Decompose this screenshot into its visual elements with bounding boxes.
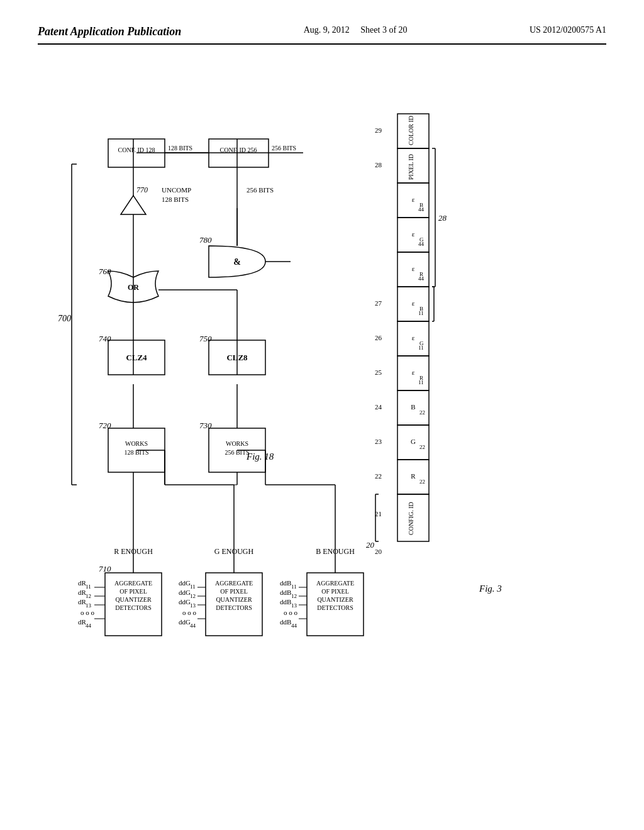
fig3-label: Fig. 3 [479,584,502,594]
svg-text:760: 760 [99,267,111,276]
diagram-area: 700 dR 11 dR 12 dR 13 o o o dR 44 AGGREG… [38,57,606,780]
svg-text:OF PIXEL: OF PIXEL [321,588,349,595]
svg-text:OF PIXEL: OF PIXEL [220,588,248,595]
svg-text:13: 13 [86,602,92,609]
svg-text:ddB: ddB [280,598,291,606]
svg-text:13: 13 [291,602,297,609]
svg-text:DETECTORS: DETECTORS [115,604,152,611]
patent-diagram-svg: 700 dR 11 dR 12 dR 13 o o o dR 44 AGGREG… [38,57,606,780]
svg-text:11: 11 [418,379,424,385]
svg-text:740: 740 [99,334,111,343]
svg-text:44: 44 [291,622,297,629]
svg-text:12: 12 [190,593,196,599]
svg-text:44: 44 [418,275,425,282]
svg-text:11: 11 [418,310,424,316]
svg-text:770: 770 [136,185,148,194]
svg-text:ε: ε [412,334,415,341]
svg-text:WORKS: WORKS [125,440,148,447]
svg-text:o o o: o o o [80,609,95,616]
svg-text:44: 44 [190,622,196,629]
svg-text:CONF. ID 256: CONF. ID 256 [220,147,257,153]
svg-text:11: 11 [190,584,196,590]
svg-text:QUANTIZER: QUANTIZER [216,596,252,603]
svg-text:AGGREGATE: AGGREGATE [114,580,152,587]
svg-text:UNCOMP: UNCOMP [162,186,191,194]
svg-text:o o o: o o o [284,609,298,616]
svg-text:CLZ4: CLZ4 [126,353,147,362]
svg-text:28: 28 [438,213,447,223]
svg-text:&: & [233,257,241,267]
svg-text:128 BITS: 128 BITS [162,196,189,203]
svg-text:256 BITS: 256 BITS [247,186,274,194]
svg-text:29: 29 [375,126,382,134]
svg-text:24: 24 [375,403,382,411]
patent-number: US 2012/0200575 A1 [530,25,606,35]
svg-text:ddB: ddB [280,618,291,626]
svg-text:44: 44 [418,241,425,247]
publication-title: Patent Application Publication [38,25,181,38]
svg-text:27: 27 [375,299,382,307]
svg-text:22: 22 [375,472,382,480]
svg-text:44: 44 [418,206,425,213]
svg-text:22: 22 [419,444,425,450]
svg-text:20: 20 [366,540,375,550]
svg-text:o o o: o o o [182,609,197,616]
svg-text:AGGREGATE: AGGREGATE [215,580,253,587]
svg-text:11: 11 [291,584,297,590]
sheet-info: Sheet 3 of 20 [360,25,407,35]
svg-text:26: 26 [375,334,382,341]
page-header: Patent Application Publication Aug. 9, 2… [38,25,606,45]
svg-text:QUANTIZER: QUANTIZER [115,596,152,603]
svg-text:25: 25 [375,368,382,376]
svg-text:710: 710 [99,564,111,573]
svg-text:ddB: ddB [280,589,291,596]
svg-text:WORKS: WORKS [226,440,248,447]
svg-text:AGGREGATE: AGGREGATE [316,580,354,587]
svg-text:ddB: ddB [280,579,291,587]
svg-text:R: R [411,472,416,480]
svg-text:750: 750 [199,334,212,343]
svg-text:12: 12 [291,593,297,599]
svg-text:128 BITS: 128 BITS [168,145,192,152]
svg-text:22: 22 [419,479,425,485]
svg-text:44: 44 [86,622,92,629]
svg-text:23: 23 [375,438,382,445]
svg-text:28: 28 [375,161,382,169]
svg-text:COLOR ID: COLOR ID [408,116,414,145]
svg-text:ddG: ddG [179,618,191,626]
fig18-label: Fig. 18 [246,451,274,462]
publication-date-sheet: Aug. 9, 2012 Sheet 3 of 20 [304,25,408,35]
svg-text:ε: ε [412,368,415,376]
svg-text:ε: ε [412,196,415,203]
svg-text:780: 780 [199,235,212,245]
svg-text:CONFIG. ID: CONFIG. ID [408,502,414,535]
svg-text:ddG: ddG [179,589,191,596]
pub-date: Aug. 9, 2012 [304,25,350,35]
svg-text:DETECTORS: DETECTORS [216,604,252,611]
svg-text:OF PIXEL: OF PIXEL [119,588,147,595]
svg-text:QUANTIZER: QUANTIZER [317,596,353,603]
svg-text:20: 20 [375,548,382,555]
page: Patent Application Publication Aug. 9, 2… [0,0,644,830]
svg-text:12: 12 [86,593,91,599]
svg-text:ε: ε [412,299,415,307]
svg-text:B: B [411,403,415,411]
svg-text:22: 22 [419,409,425,416]
svg-text:730: 730 [199,421,212,430]
svg-text:DETECTORS: DETECTORS [317,604,353,611]
svg-text:11: 11 [418,345,424,351]
svg-text:ddG: ddG [179,579,191,587]
svg-text:720: 720 [99,421,111,430]
svg-text:13: 13 [190,602,196,609]
svg-text:11: 11 [86,584,91,590]
svg-text:PIXEL ID: PIXEL ID [408,154,414,180]
svg-text:G: G [411,438,416,445]
svg-text:256 BITS: 256 BITS [272,145,296,152]
svg-marker-113 [121,196,146,214]
svg-text:700: 700 [58,314,71,323]
svg-text:ε: ε [412,230,415,238]
svg-text:ddG: ddG [179,598,191,606]
svg-text:ε: ε [412,265,415,272]
